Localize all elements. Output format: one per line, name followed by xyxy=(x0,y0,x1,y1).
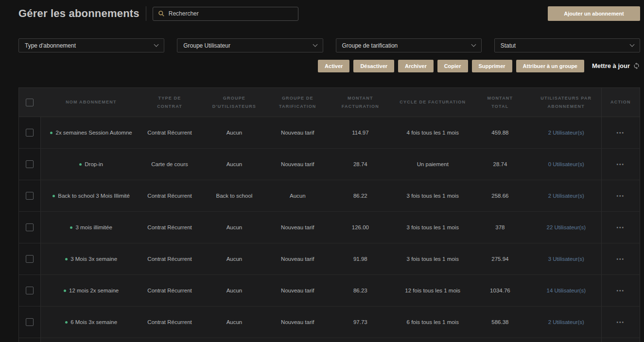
chevron-down-icon xyxy=(630,42,635,47)
ellipsis-icon[interactable]: ••• xyxy=(617,256,625,262)
cell-action: ••• xyxy=(601,212,640,243)
deactivate-button[interactable]: Désactiver xyxy=(353,60,394,72)
row-checkbox-cell xyxy=(19,307,41,338)
cell-type-contrat: Contrat Récurrent xyxy=(142,180,198,212)
ellipsis-icon[interactable]: ••• xyxy=(617,225,625,230)
cell-action: ••• xyxy=(601,307,640,338)
col-montant-total: MONTANT TOTAL xyxy=(469,88,531,117)
status-dot-icon xyxy=(70,226,72,229)
copy-button[interactable]: Copier xyxy=(437,60,468,72)
cell-groupe-tarification: Nouveau tarif xyxy=(271,243,324,275)
search-input[interactable] xyxy=(169,10,293,17)
cell-cycle-facturation: 6 fois tous les 1 mois xyxy=(396,307,469,338)
cell-cycle-facturation: 3 fois tous les 1 mois xyxy=(396,243,469,275)
top-bar: Gérer les abonnements Ajouter un abonnem… xyxy=(18,6,640,21)
row-checkbox-cell xyxy=(19,180,41,212)
cell-groupe-tarification: Nouveau tarif xyxy=(271,307,324,338)
cell-utilisateurs: 2 Utilisateur(s) xyxy=(531,307,601,338)
cell-groupe-tarification: Nouveau tarif xyxy=(271,149,324,180)
users-link[interactable]: 2 Utilisateur(s) xyxy=(548,319,584,325)
col-groupe-utilisateurs: GROUPE D'UTILISATEURS xyxy=(198,88,271,117)
cell-action: ••• xyxy=(601,243,640,275)
status-dot-icon xyxy=(64,290,66,292)
cell-montant-facturation: 86.23 xyxy=(324,275,396,307)
cell-groupe-utilisateurs: Aucun xyxy=(198,212,271,243)
cell-groupe-utilisateurs: Aucun xyxy=(198,117,271,149)
assign-to-group-button[interactable]: Attribuer à un groupe xyxy=(516,60,584,72)
cell-type-contrat: Carte de cours xyxy=(142,149,198,180)
users-link[interactable]: 2 Utilisateur(s) xyxy=(548,193,584,199)
ellipsis-icon[interactable]: ••• xyxy=(617,193,625,199)
cell-type-contrat: Contrat Récurrent xyxy=(142,275,198,307)
table-row: 12 mois 2x semaine Contrat Récurrent Auc… xyxy=(19,275,640,307)
cell-montant-facturation: 86.22 xyxy=(324,180,396,212)
search-box[interactable] xyxy=(153,7,298,21)
title-divider xyxy=(146,6,146,21)
status-dot-icon xyxy=(52,195,55,197)
row-checkbox[interactable] xyxy=(26,160,34,168)
row-checkbox[interactable] xyxy=(26,287,34,294)
users-link[interactable]: 22 Utilisateur(s) xyxy=(546,224,586,230)
row-checkbox[interactable] xyxy=(26,318,34,326)
chevron-down-icon xyxy=(154,42,159,47)
sync-icon xyxy=(633,62,640,69)
table-row: 3 Mois 3x semaine Contrat Récurrent Aucu… xyxy=(19,243,640,275)
chevron-down-icon xyxy=(471,42,476,47)
col-montant-facturation: MONTANT FACTURATION xyxy=(324,88,396,117)
cell-action: ••• xyxy=(601,149,640,180)
users-link[interactable]: 0 Utilisateur(s) xyxy=(548,161,584,167)
row-checkbox[interactable] xyxy=(26,223,34,231)
filter-status[interactable]: Statut xyxy=(494,38,640,52)
ellipsis-icon[interactable]: ••• xyxy=(617,162,625,167)
ellipsis-icon[interactable]: ••• xyxy=(617,320,625,325)
table-header: NOM ABONNEMENT TYPE DE CONTRAT GROUPE D'… xyxy=(19,88,640,117)
add-subscription-button[interactable]: Ajouter un abonnement xyxy=(548,6,640,21)
status-dot-icon xyxy=(79,163,82,166)
row-checkbox-cell xyxy=(19,117,41,149)
cell-type-contrat: Contrat Récurrent xyxy=(142,307,198,338)
table-row: 2x semaines Session Automne Contrat Récu… xyxy=(19,117,640,149)
filter-subscription-type[interactable]: Type d'abonnement xyxy=(18,38,164,52)
filter-pricing-group[interactable]: Groupe de tarification xyxy=(336,38,482,52)
users-link[interactable]: 2 Utilisateur(s) xyxy=(548,130,584,136)
search-icon xyxy=(158,10,165,17)
cell-groupe-utilisateurs: Aucun xyxy=(198,307,271,338)
row-checkbox[interactable] xyxy=(26,129,34,137)
cell-montant-total: 1034.76 xyxy=(469,275,531,307)
col-action: ACTION xyxy=(601,88,640,117)
cell-groupe-tarification: Nouveau tarif xyxy=(271,117,324,149)
users-link[interactable]: 14 Utilisateur(s) xyxy=(546,288,586,293)
activate-button[interactable]: Activer xyxy=(318,60,349,72)
row-checkbox[interactable] xyxy=(26,192,34,200)
cell-nom-abonnement: Drop-in xyxy=(40,149,141,180)
cell-type-contrat: Contrat Récurrent xyxy=(142,212,198,243)
filter-label: Statut xyxy=(501,42,516,49)
status-dot-icon xyxy=(50,132,52,134)
subscription-name: Back to school 3 Mois Illimité xyxy=(58,193,130,199)
ellipsis-icon[interactable]: ••• xyxy=(617,288,625,293)
cell-type-contrat: Contrat Récurrent xyxy=(142,243,198,275)
col-cycle-facturation: CYCLE DE FACTURATION xyxy=(396,88,469,117)
cell-nom-abonnement: 6 Mois 3x semaine xyxy=(40,307,141,338)
filter-user-group[interactable]: Groupe Utilisateur xyxy=(177,38,323,52)
row-checkbox[interactable] xyxy=(26,255,34,263)
col-utilisateurs-par-abonnement: UTILISATEURS PAR ABONNEMENT xyxy=(531,88,601,117)
cell-groupe-utilisateurs: Aucun xyxy=(198,275,271,307)
users-link[interactable]: 3 Utilisateur(s) xyxy=(548,256,584,262)
chevron-down-icon xyxy=(313,42,317,47)
cell-montant-total: 586.38 xyxy=(469,307,531,338)
cell-montant-facturation: 28.74 xyxy=(324,149,396,180)
select-all-checkbox[interactable] xyxy=(26,99,34,106)
filter-label: Groupe Utilisateur xyxy=(183,42,230,49)
cell-utilisateurs: 3 Utilisateur(s) xyxy=(531,243,601,275)
filter-label: Type d'abonnement xyxy=(25,42,76,49)
update-button[interactable]: Mettre à jour xyxy=(592,62,640,69)
delete-button[interactable]: Supprimer xyxy=(472,60,512,72)
ellipsis-icon[interactable]: ••• xyxy=(617,130,625,136)
subscription-name: Drop-in xyxy=(85,161,103,167)
table-row-partial xyxy=(19,338,640,342)
cell-cycle-facturation: Un paiement xyxy=(396,149,469,180)
archive-button[interactable]: Archiver xyxy=(398,60,434,72)
cell-montant-facturation: 91.98 xyxy=(324,243,396,275)
table-row: 3 mois illimitée Contrat Récurrent Aucun… xyxy=(19,212,640,243)
